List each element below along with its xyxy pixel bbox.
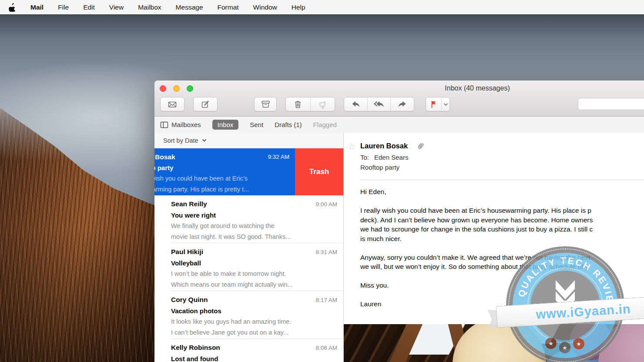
archive-icon (255, 97, 276, 111)
subject: Rooftop party (154, 162, 249, 173)
reply-all-icon (374, 100, 384, 108)
trash-icon (294, 100, 302, 109)
tab-sent[interactable]: Sent (250, 121, 263, 128)
menu-item-format[interactable]: Format (218, 3, 239, 11)
window-title: Inbox (40 messages) (445, 84, 510, 92)
flag-chevron-button[interactable] (441, 97, 449, 111)
tab-flagged[interactable]: Flagged (313, 121, 337, 128)
preview: Which means our team might actually win.… (171, 279, 337, 290)
forward-icon (398, 100, 407, 108)
time: 9:32 AM (268, 151, 289, 162)
trash-button[interactable] (286, 97, 310, 111)
time: 8:06 AM (315, 342, 337, 353)
reply-button[interactable] (344, 97, 367, 111)
menu-item-mail[interactable]: Mail (30, 3, 44, 11)
subject: Volleyball (171, 258, 337, 268)
thumbs-down-icon (318, 100, 327, 109)
watermark-badge: QUALITY TECH REVIEWS ★ ★ ★ www.iGyaan.in (506, 246, 624, 362)
sender: Sean Reilly (171, 198, 207, 209)
preview: I really wish you could have been at Eri… (154, 173, 249, 184)
subject: You were right (171, 210, 337, 221)
reply-icon (351, 100, 360, 108)
menu-bar: Mail File Edit View Mailbox Message Form… (0, 0, 644, 14)
list-item[interactable]: Sean Reilly 9:00 AM You were right We fi… (154, 195, 343, 243)
list-item[interactable]: Kelly Robinson 8:06 AM Lost and found (154, 339, 343, 362)
junk-button[interactable] (310, 97, 335, 111)
mailboxes-label: Mailboxes (171, 121, 201, 128)
preview: movie last night. It was SO good. Thanks… (171, 231, 337, 242)
sort-by-date-control[interactable]: Sort by Date (154, 133, 343, 148)
envelope-icon (161, 97, 184, 111)
tab-drafts[interactable]: Drafts (1) (275, 121, 302, 128)
badge-star-icon: ★ (545, 338, 557, 349)
watermark-url: www.iGyaan.in (536, 302, 631, 322)
menu-item-message[interactable]: Message (176, 3, 203, 11)
badge-star-icon: ★ (573, 338, 584, 349)
preview: housewarming party. His place is pretty … (154, 184, 249, 195)
reply-group (344, 97, 414, 111)
chevron-down-icon (202, 139, 207, 142)
zoom-button[interactable] (187, 85, 193, 92)
message-from: Lauren Bosak (360, 142, 408, 150)
mailboxes-toggle[interactable]: Mailboxes (160, 121, 201, 128)
tab-inbox[interactable]: Inbox (212, 120, 239, 130)
get-mail-button[interactable] (160, 97, 184, 111)
sender: Lauren Bosak (154, 151, 249, 162)
to-label: To: (360, 154, 369, 161)
badge-star-icon: ★ (559, 342, 570, 353)
desktop: Mail File Edit View Mailbox Message Form… (0, 0, 644, 362)
archive-button[interactable] (254, 97, 277, 111)
search-input[interactable] (578, 98, 644, 110)
list-item-selected[interactable]: Lauren Bosak Rooftop party I really wish… (154, 148, 343, 195)
message-header: ☆ Lauren Bosak To: Eden Sears Rooftop pa… (344, 133, 644, 171)
menu-item-mailbox[interactable]: Mailbox (138, 3, 161, 11)
compose-button[interactable] (193, 97, 218, 111)
time: 9:00 AM (315, 199, 337, 210)
preview: I won’t be able to make it tomorrow nigh… (171, 268, 337, 279)
chevron-down-icon (443, 103, 448, 106)
time: 8:31 AM (315, 247, 337, 258)
message-list: Sort by Date Lauren Bosak Rooftop party … (154, 133, 344, 362)
compose-icon (194, 97, 217, 111)
window-toolbar: Inbox (40 messages) (154, 80, 644, 117)
subject: Vacation photos (171, 305, 337, 316)
flag-group (426, 97, 450, 111)
message-subject: Rooftop party (360, 164, 644, 171)
menu-item-window[interactable]: Window (253, 3, 277, 11)
preview: I can’t believe Jane got you out on a ka… (171, 327, 337, 338)
forward-button[interactable] (390, 97, 414, 111)
preview: It looks like you guys had an amazing ti… (171, 316, 337, 327)
sidebar-icon (160, 121, 168, 128)
reply-all-button[interactable] (367, 97, 391, 111)
time: 8:17 AM (315, 295, 337, 305)
list-item[interactable]: Cory Quinn 8:17 AM Vacation photos It lo… (154, 291, 343, 339)
menu-item-file[interactable]: File (58, 3, 69, 11)
sender: Kelly Robinson (171, 342, 220, 353)
sort-label: Sort by Date (163, 137, 198, 144)
flag-icon (430, 100, 437, 108)
trash-junk-group (285, 97, 335, 111)
star-icon[interactable]: ☆ (348, 141, 356, 151)
close-button[interactable] (160, 85, 166, 92)
paperclip-icon (416, 141, 426, 151)
flag-button[interactable] (426, 97, 441, 111)
message-to: Eden Sears (374, 154, 408, 161)
favorites-bar: Mailboxes Inbox Sent Drafts (1) Flagged (154, 117, 644, 133)
subject: Lost and found (171, 353, 337, 362)
menu-item-edit[interactable]: Edit (83, 3, 95, 11)
list-item[interactable]: Paul Hikiji 8:31 AM Volleyball I won’t b… (154, 243, 343, 291)
preview: We finally got around to watching the (171, 221, 337, 231)
apple-menu[interactable] (9, 3, 16, 12)
menu-item-help[interactable]: Help (292, 3, 305, 11)
trash-swipe-button[interactable]: Trash (295, 148, 343, 195)
menu-item-view[interactable]: View (109, 3, 124, 11)
sender: Cory Quinn (171, 294, 208, 305)
sender: Paul Hikiji (171, 246, 203, 257)
apple-icon (9, 3, 16, 12)
minimize-button[interactable] (173, 85, 180, 92)
